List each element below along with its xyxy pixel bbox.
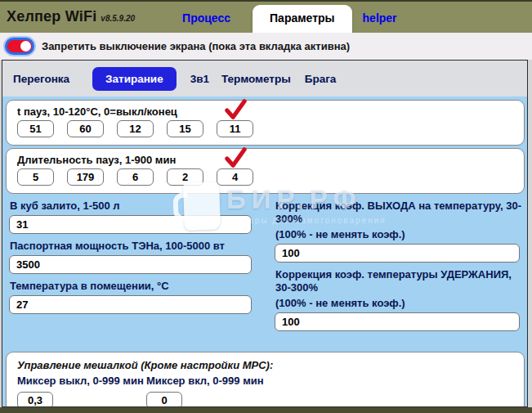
pause-temp-label: t пауз, 10-120°C, 0=выкл/конец (7, 101, 524, 118)
tab-helper[interactable]: helper (363, 11, 397, 25)
ten-power-input[interactable] (9, 255, 252, 274)
mixer-off-label: Миксер выкл, 0-999 мин (17, 375, 146, 387)
fields-right-column: Коррекция коэф. ВЫХОДА на температуру, 3… (270, 194, 527, 331)
subtab-3v1[interactable]: 3в1 (190, 73, 209, 85)
fields-left-column: В куб залито, 1-500 л Паспортная мощност… (2, 194, 270, 331)
room-temp-label: Температура в помещении, °С (10, 280, 270, 293)
pause-temp-panel: t пауз, 10-120°C, 0=выкл/конец (6, 100, 525, 146)
mixer-on-label: Миксер вкл, 0-999 мин (146, 375, 264, 387)
pause-dur-2[interactable] (67, 168, 104, 186)
kub-volume-label: В куб залито, 1-500 л (10, 200, 270, 213)
header-bar: Хелпер WiFi v8.5.9.20 Процесс Параметры … (0, 0, 532, 33)
pause-duration-panel: Длительность пауз, 1-900 мин (6, 148, 525, 194)
app-title-group: Хелпер WiFi v8.5.9.20 (7, 8, 135, 25)
tab-parameters[interactable]: Параметры (253, 5, 352, 33)
subtab-zatiranie[interactable]: Затирание (92, 67, 177, 91)
mixer-panel-title: Управление мешалкой (Кроме настройки МРС… (7, 352, 524, 373)
pause-duration-label: Длительность пауз, 1-900 мин (7, 149, 524, 166)
tab-process[interactable]: Процесс (182, 11, 230, 25)
subtab-braga[interactable]: Брага (305, 73, 337, 85)
screen-lock-row: Запретить выключение экрана (пока эта вк… (0, 33, 532, 60)
ten-power-label: Паспортная мощность ТЭНа, 100-5000 вт (10, 240, 270, 253)
coef-output-input[interactable] (275, 244, 520, 263)
pause-dur-3[interactable] (117, 168, 154, 186)
kub-volume-input[interactable] (9, 215, 252, 234)
coef-hold-input[interactable] (275, 312, 520, 331)
main-frame: Перегонка Затирание 3в1 Термометры Брага… (2, 60, 528, 407)
mixer-on-group: Миксер вкл, 0-999 мин (146, 375, 264, 407)
fields-area: В куб залито, 1-500 л Паспортная мощност… (2, 194, 527, 331)
coef-output-label: Коррекция коэф. ВЫХОДА на температуру, 3… (275, 200, 527, 226)
pause-temp-2[interactable] (67, 120, 104, 137)
mixer-on-input[interactable] (146, 392, 182, 407)
pause-dur-1[interactable] (17, 168, 54, 186)
app-window: Хелпер WiFi v8.5.9.20 Процесс Параметры … (0, 0, 532, 413)
pause-temp-inputs (7, 118, 524, 145)
pause-temp-4[interactable] (167, 120, 203, 137)
bottom-edge-strip (0, 407, 532, 413)
pause-temp-5[interactable] (217, 120, 253, 137)
screen-lock-toggle[interactable] (5, 38, 34, 55)
coef-output-label2: (100% - не менять коэф.) (275, 228, 527, 241)
subtab-peregonka[interactable]: Перегонка (13, 73, 69, 85)
room-temp-input[interactable] (9, 295, 252, 314)
mixer-columns: Миксер выкл, 0-999 мин Миксер вкл, 0-999… (7, 373, 524, 407)
pause-duration-inputs (7, 166, 524, 193)
coef-hold-label: Коррекция коэф. температуры УДЕРЖАНИЯ, 3… (275, 268, 527, 294)
pause-temp-1[interactable] (17, 120, 54, 137)
app-version: v8.5.9.20 (101, 14, 135, 23)
subtab-thermometers[interactable]: Термометры (221, 73, 291, 85)
subtab-bar: Перегонка Затирание 3в1 Термометры Брага (2, 61, 527, 97)
mixer-off-group: Миксер выкл, 0-999 мин (17, 375, 146, 407)
mixer-off-input[interactable] (17, 392, 53, 407)
pause-dur-4[interactable] (167, 168, 203, 186)
pause-dur-5[interactable] (217, 168, 253, 186)
app-title: Хелпер WiFi (7, 8, 96, 25)
pause-temp-3[interactable] (117, 120, 154, 137)
mixer-panel: Управление мешалкой (Кроме настройки МРС… (6, 352, 525, 407)
screen-lock-label: Запретить выключение экрана (пока эта вк… (42, 40, 350, 52)
toggle-knob-icon (20, 41, 31, 52)
settings-content: t пауз, 10-120°C, 0=выкл/конец Д (2, 97, 527, 407)
coef-hold-label2: (100% - не менять коэф.) (275, 297, 527, 310)
